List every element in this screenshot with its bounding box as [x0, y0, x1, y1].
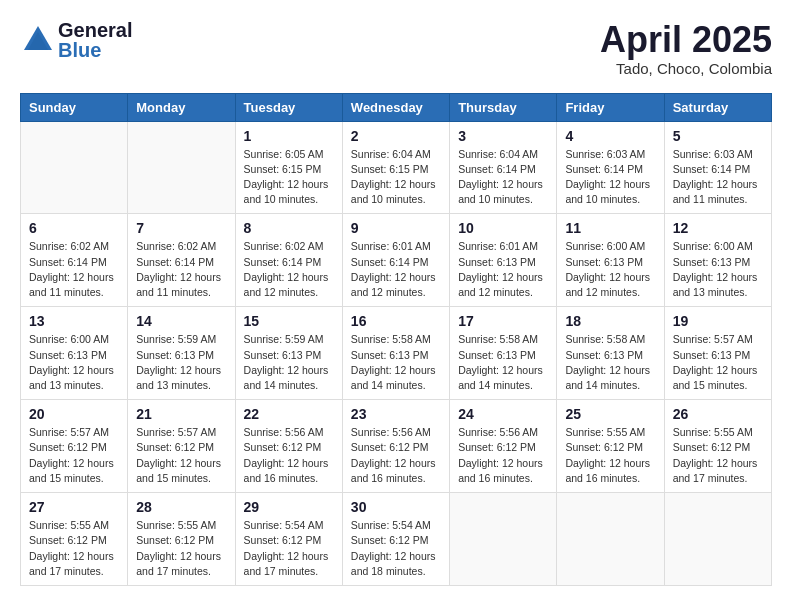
day-detail: Sunrise: 5:54 AM Sunset: 6:12 PM Dayligh…: [351, 518, 441, 579]
day-number: 26: [673, 406, 763, 422]
calendar-header-friday: Friday: [557, 93, 664, 121]
calendar-cell: 29Sunrise: 5:54 AM Sunset: 6:12 PM Dayli…: [235, 493, 342, 586]
day-detail: Sunrise: 5:55 AM Sunset: 6:12 PM Dayligh…: [565, 425, 655, 486]
day-detail: Sunrise: 6:04 AM Sunset: 6:15 PM Dayligh…: [351, 147, 441, 208]
calendar-cell: 14Sunrise: 5:59 AM Sunset: 6:13 PM Dayli…: [128, 307, 235, 400]
day-number: 21: [136, 406, 226, 422]
day-detail: Sunrise: 5:55 AM Sunset: 6:12 PM Dayligh…: [29, 518, 119, 579]
calendar-week-row: 27Sunrise: 5:55 AM Sunset: 6:12 PM Dayli…: [21, 493, 772, 586]
day-number: 2: [351, 128, 441, 144]
day-number: 11: [565, 220, 655, 236]
day-detail: Sunrise: 6:03 AM Sunset: 6:14 PM Dayligh…: [673, 147, 763, 208]
day-detail: Sunrise: 6:00 AM Sunset: 6:13 PM Dayligh…: [29, 332, 119, 393]
day-detail: Sunrise: 5:58 AM Sunset: 6:13 PM Dayligh…: [458, 332, 548, 393]
day-number: 13: [29, 313, 119, 329]
day-number: 30: [351, 499, 441, 515]
day-number: 28: [136, 499, 226, 515]
calendar-cell: 16Sunrise: 5:58 AM Sunset: 6:13 PM Dayli…: [342, 307, 449, 400]
day-number: 25: [565, 406, 655, 422]
day-detail: Sunrise: 5:55 AM Sunset: 6:12 PM Dayligh…: [136, 518, 226, 579]
calendar-cell: 30Sunrise: 5:54 AM Sunset: 6:12 PM Dayli…: [342, 493, 449, 586]
day-detail: Sunrise: 6:01 AM Sunset: 6:13 PM Dayligh…: [458, 239, 548, 300]
day-detail: Sunrise: 6:02 AM Sunset: 6:14 PM Dayligh…: [244, 239, 334, 300]
calendar-cell: 19Sunrise: 5:57 AM Sunset: 6:13 PM Dayli…: [664, 307, 771, 400]
calendar-week-row: 20Sunrise: 5:57 AM Sunset: 6:12 PM Dayli…: [21, 400, 772, 493]
calendar-cell: 20Sunrise: 5:57 AM Sunset: 6:12 PM Dayli…: [21, 400, 128, 493]
day-detail: Sunrise: 6:00 AM Sunset: 6:13 PM Dayligh…: [673, 239, 763, 300]
day-detail: Sunrise: 6:02 AM Sunset: 6:14 PM Dayligh…: [136, 239, 226, 300]
calendar-header-sunday: Sunday: [21, 93, 128, 121]
calendar-cell: 4Sunrise: 6:03 AM Sunset: 6:14 PM Daylig…: [557, 121, 664, 214]
calendar-header-thursday: Thursday: [450, 93, 557, 121]
day-number: 7: [136, 220, 226, 236]
day-number: 16: [351, 313, 441, 329]
day-detail: Sunrise: 5:56 AM Sunset: 6:12 PM Dayligh…: [458, 425, 548, 486]
calendar-header-monday: Monday: [128, 93, 235, 121]
day-detail: Sunrise: 5:57 AM Sunset: 6:12 PM Dayligh…: [29, 425, 119, 486]
calendar-cell: 11Sunrise: 6:00 AM Sunset: 6:13 PM Dayli…: [557, 214, 664, 307]
day-detail: Sunrise: 6:04 AM Sunset: 6:14 PM Dayligh…: [458, 147, 548, 208]
main-title: April 2025: [600, 20, 772, 60]
logo-general: General: [58, 20, 132, 40]
day-number: 14: [136, 313, 226, 329]
subtitle: Tado, Choco, Colombia: [600, 60, 772, 77]
day-number: 22: [244, 406, 334, 422]
day-number: 23: [351, 406, 441, 422]
calendar-header-wednesday: Wednesday: [342, 93, 449, 121]
day-number: 12: [673, 220, 763, 236]
calendar-cell: 5Sunrise: 6:03 AM Sunset: 6:14 PM Daylig…: [664, 121, 771, 214]
calendar-cell: 24Sunrise: 5:56 AM Sunset: 6:12 PM Dayli…: [450, 400, 557, 493]
day-number: 6: [29, 220, 119, 236]
day-number: 27: [29, 499, 119, 515]
calendar-cell: 17Sunrise: 5:58 AM Sunset: 6:13 PM Dayli…: [450, 307, 557, 400]
calendar-cell: 12Sunrise: 6:00 AM Sunset: 6:13 PM Dayli…: [664, 214, 771, 307]
day-detail: Sunrise: 6:00 AM Sunset: 6:13 PM Dayligh…: [565, 239, 655, 300]
day-detail: Sunrise: 5:56 AM Sunset: 6:12 PM Dayligh…: [244, 425, 334, 486]
day-number: 1: [244, 128, 334, 144]
calendar-cell: 8Sunrise: 6:02 AM Sunset: 6:14 PM Daylig…: [235, 214, 342, 307]
calendar-cell: 18Sunrise: 5:58 AM Sunset: 6:13 PM Dayli…: [557, 307, 664, 400]
calendar-cell: [128, 121, 235, 214]
calendar-cell: 1Sunrise: 6:05 AM Sunset: 6:15 PM Daylig…: [235, 121, 342, 214]
calendar-cell: [21, 121, 128, 214]
calendar-cell: 27Sunrise: 5:55 AM Sunset: 6:12 PM Dayli…: [21, 493, 128, 586]
calendar-cell: 15Sunrise: 5:59 AM Sunset: 6:13 PM Dayli…: [235, 307, 342, 400]
day-detail: Sunrise: 6:03 AM Sunset: 6:14 PM Dayligh…: [565, 147, 655, 208]
logo-icon: [20, 22, 56, 58]
day-number: 24: [458, 406, 548, 422]
day-detail: Sunrise: 5:56 AM Sunset: 6:12 PM Dayligh…: [351, 425, 441, 486]
calendar-cell: 3Sunrise: 6:04 AM Sunset: 6:14 PM Daylig…: [450, 121, 557, 214]
day-number: 8: [244, 220, 334, 236]
page-header: General Blue April 2025 Tado, Choco, Col…: [20, 20, 772, 77]
day-detail: Sunrise: 5:54 AM Sunset: 6:12 PM Dayligh…: [244, 518, 334, 579]
day-detail: Sunrise: 5:59 AM Sunset: 6:13 PM Dayligh…: [136, 332, 226, 393]
calendar-cell: 25Sunrise: 5:55 AM Sunset: 6:12 PM Dayli…: [557, 400, 664, 493]
calendar-cell: [557, 493, 664, 586]
day-number: 10: [458, 220, 548, 236]
calendar-table: SundayMondayTuesdayWednesdayThursdayFrid…: [20, 93, 772, 586]
day-number: 9: [351, 220, 441, 236]
calendar-week-row: 1Sunrise: 6:05 AM Sunset: 6:15 PM Daylig…: [21, 121, 772, 214]
day-detail: Sunrise: 6:01 AM Sunset: 6:14 PM Dayligh…: [351, 239, 441, 300]
day-number: 20: [29, 406, 119, 422]
title-area: April 2025 Tado, Choco, Colombia: [600, 20, 772, 77]
calendar-cell: 2Sunrise: 6:04 AM Sunset: 6:15 PM Daylig…: [342, 121, 449, 214]
calendar-cell: 10Sunrise: 6:01 AM Sunset: 6:13 PM Dayli…: [450, 214, 557, 307]
day-detail: Sunrise: 5:58 AM Sunset: 6:13 PM Dayligh…: [351, 332, 441, 393]
calendar-week-row: 13Sunrise: 6:00 AM Sunset: 6:13 PM Dayli…: [21, 307, 772, 400]
logo-blue: Blue: [58, 40, 132, 60]
calendar-cell: 7Sunrise: 6:02 AM Sunset: 6:14 PM Daylig…: [128, 214, 235, 307]
calendar-cell: 28Sunrise: 5:55 AM Sunset: 6:12 PM Dayli…: [128, 493, 235, 586]
calendar-cell: 23Sunrise: 5:56 AM Sunset: 6:12 PM Dayli…: [342, 400, 449, 493]
calendar-cell: 9Sunrise: 6:01 AM Sunset: 6:14 PM Daylig…: [342, 214, 449, 307]
day-detail: Sunrise: 5:57 AM Sunset: 6:12 PM Dayligh…: [136, 425, 226, 486]
day-detail: Sunrise: 5:57 AM Sunset: 6:13 PM Dayligh…: [673, 332, 763, 393]
logo: General Blue: [20, 20, 132, 60]
day-detail: Sunrise: 5:55 AM Sunset: 6:12 PM Dayligh…: [673, 425, 763, 486]
day-number: 3: [458, 128, 548, 144]
calendar-week-row: 6Sunrise: 6:02 AM Sunset: 6:14 PM Daylig…: [21, 214, 772, 307]
day-number: 18: [565, 313, 655, 329]
day-number: 29: [244, 499, 334, 515]
day-detail: Sunrise: 5:59 AM Sunset: 6:13 PM Dayligh…: [244, 332, 334, 393]
day-number: 15: [244, 313, 334, 329]
